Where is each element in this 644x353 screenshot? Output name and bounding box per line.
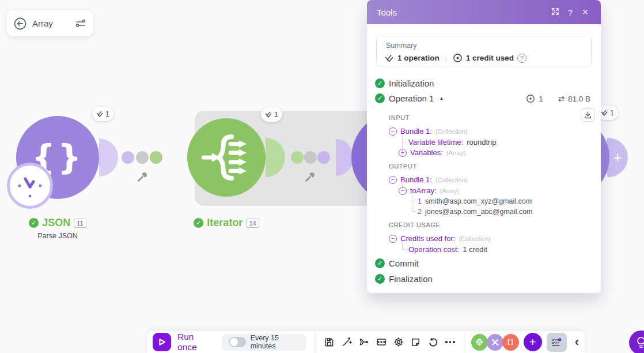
- output-section-label: OUTPUT: [389, 163, 417, 170]
- transfer-arrows-icon: ⇄: [558, 94, 565, 103]
- summary-card: Summary 1 operation | 1 credit used ?: [376, 36, 592, 66]
- double-check-icon: [385, 54, 394, 62]
- run-once-button[interactable]: [153, 333, 171, 351]
- settings-gear-button[interactable]: [390, 333, 407, 351]
- collapse-minus-icon[interactable]: −: [389, 235, 397, 243]
- connection-dot: [150, 151, 162, 164]
- play-icon: [157, 337, 166, 347]
- input-section-label: INPUT: [389, 114, 410, 121]
- double-check-icon: [265, 111, 272, 118]
- credit-used-row: − Credits used for: (Collection): [389, 234, 491, 243]
- tools-panel: Tools ? × Summary 1 operation |: [367, 0, 601, 293]
- breadcrumb-card: Array: [7, 10, 93, 36]
- success-check-icon: ✓: [375, 258, 385, 268]
- module-iterator-operations-badge[interactable]: 1: [261, 107, 282, 122]
- operation-meta: 1 ⇄ 81.0 B: [526, 94, 590, 103]
- operations-eye-icon: [526, 94, 535, 103]
- ellipsis-icon: [445, 341, 455, 343]
- output-array-row: − toArray: (Array): [399, 186, 459, 195]
- add-module-button[interactable]: +: [607, 138, 628, 177]
- plus-icon: +: [529, 335, 536, 349]
- brackets-button[interactable]: [502, 334, 519, 351]
- hints-lightbulb-button[interactable]: [629, 331, 644, 353]
- module-success-check-icon: ✓: [194, 218, 203, 228]
- summary-label: Summary: [386, 42, 416, 50]
- credit-section-label: CREDIT USAGE: [389, 221, 441, 228]
- credits-count: 1 credit used: [466, 54, 514, 62]
- module-json-subtitle: Parse JSON: [0, 232, 115, 240]
- collapse-toolbar-chevron[interactable]: ‹: [575, 335, 579, 350]
- row-commit[interactable]: ✓ Commit: [375, 258, 419, 268]
- controls-button[interactable]: [373, 333, 390, 351]
- double-check-icon: [96, 111, 104, 117]
- credits-help-icon[interactable]: ?: [517, 54, 526, 63]
- iterator-icon: [200, 132, 252, 183]
- input-bundle-row: − Bundle 1: (Collection): [389, 127, 468, 136]
- notes-button[interactable]: [407, 333, 425, 351]
- double-check-icon: [601, 110, 608, 116]
- row-operation-1[interactable]: ✓ Operation 1 ▲: [375, 93, 444, 103]
- row-initialization[interactable]: ✓ Initialization: [375, 78, 434, 88]
- airplane-button[interactable]: [355, 333, 373, 351]
- plus-icon: +: [613, 149, 622, 167]
- output-item: 2 jones@asp.com_abc@gmail.com: [418, 208, 533, 216]
- success-check-icon: ✓: [375, 274, 385, 284]
- schedule-switch[interactable]: [229, 337, 246, 347]
- connection-wrench-icon[interactable]: [137, 171, 148, 185]
- back-arrow-icon[interactable]: [14, 17, 26, 30]
- row-finalization[interactable]: ✓ Finalization: [375, 274, 433, 284]
- download-icon: [584, 111, 592, 119]
- expand-plus-icon[interactable]: +: [399, 149, 407, 157]
- module-success-check-icon: ✓: [29, 218, 39, 228]
- collapse-minus-icon[interactable]: −: [399, 187, 407, 195]
- input-lifetime-row: Variable lifetime: roundtrip: [408, 138, 496, 147]
- panel-title: Tools: [377, 7, 548, 17]
- magic-wand-button[interactable]: [338, 333, 355, 351]
- credits-icon: [453, 53, 463, 63]
- success-check-icon: ✓: [375, 78, 385, 88]
- collapse-minus-icon[interactable]: −: [389, 127, 397, 136]
- tools-panel-header: Tools ? ×: [367, 0, 601, 24]
- module-json-label: ✓ JSON 11: [0, 217, 115, 229]
- more-options-button[interactable]: [442, 333, 459, 351]
- connection-dot: [291, 151, 304, 164]
- schedule-clock-badge[interactable]: [7, 163, 53, 209]
- clock-icon: [17, 172, 43, 199]
- connection-wrench-icon[interactable]: [305, 171, 316, 185]
- help-icon[interactable]: ?: [563, 7, 578, 17]
- output-bundle-row: − Bundle 1: (Collection): [389, 175, 468, 184]
- data-size: 81.0 B: [568, 95, 590, 103]
- connection-dot: [122, 151, 134, 164]
- output-item: 1 smith@asp.com_xyz@gmail.com: [418, 197, 532, 205]
- schedule-toggle[interactable]: Every 15 minutes: [222, 334, 306, 351]
- module-iterator-label: ✓ Iterator 14: [169, 217, 284, 229]
- execution-log-toggle[interactable]: [547, 333, 567, 352]
- operations-count: 1 operation: [397, 54, 440, 62]
- undo-button[interactable]: [425, 333, 442, 351]
- checklist-icon: [551, 337, 562, 347]
- breadcrumb-label: Array: [32, 18, 75, 28]
- apps-gear-button[interactable]: [471, 334, 488, 351]
- credit-cost-row: Operation cost: 1 credit: [408, 245, 487, 254]
- expand-icon[interactable]: [548, 7, 563, 17]
- module-json-operations-badge[interactable]: 1: [92, 107, 113, 121]
- download-button[interactable]: [581, 108, 595, 122]
- lightbulb-icon: [635, 336, 644, 349]
- close-icon[interactable]: ×: [578, 6, 593, 18]
- run-once-label[interactable]: Run once: [177, 332, 213, 352]
- collapse-minus-icon[interactable]: −: [389, 176, 397, 184]
- schedule-label: Every 15 minutes: [251, 334, 300, 350]
- connection-dot: [136, 151, 149, 164]
- success-check-icon: ✓: [375, 93, 385, 103]
- collapse-caret-icon: ▲: [439, 96, 444, 101]
- bottom-toolbar: Run once Every 15 minutes: [147, 331, 585, 353]
- module-iterator[interactable]: [187, 118, 266, 197]
- filter-sliders-icon[interactable]: [75, 18, 86, 29]
- add-button[interactable]: +: [524, 333, 542, 351]
- connection-dot: [317, 151, 330, 164]
- save-button[interactable]: [321, 333, 338, 351]
- input-variables-row: + Variables: (Array): [399, 148, 465, 157]
- operation-count: 1: [539, 95, 543, 103]
- connection-dot: [304, 151, 317, 164]
- tools-button[interactable]: [487, 334, 503, 351]
